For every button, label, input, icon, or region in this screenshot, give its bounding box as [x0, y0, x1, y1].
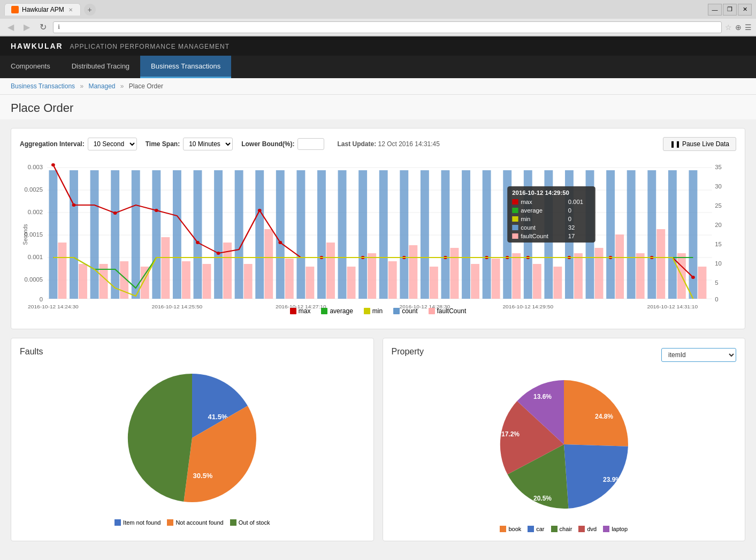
breadcrumb-managed[interactable]: Managed [88, 82, 115, 90]
breadcrumb-business-transactions[interactable]: Business Transactions [11, 82, 75, 90]
svg-text:35: 35 [715, 164, 722, 170]
svg-text:count: count [521, 225, 536, 231]
lock-icon: ℹ [58, 24, 60, 31]
url-input[interactable]: localhost:8080/hawkular-ui/apm/btm/info/… [62, 24, 717, 31]
svg-rect-114 [512, 199, 518, 205]
svg-rect-56 [388, 261, 397, 299]
property-select[interactable]: itemId orderId userId [661, 348, 736, 362]
svg-point-87 [51, 163, 55, 167]
svg-rect-83 [668, 170, 677, 299]
app-header: HAWKULAR APPLICATION PERFORMANCE MANAGEM… [0, 36, 756, 56]
svg-rect-37 [194, 170, 202, 299]
chair-color [551, 526, 558, 532]
tab-business-transactions[interactable]: Business Transactions [140, 56, 231, 78]
svg-text:17: 17 [568, 233, 575, 239]
svg-rect-25 [70, 170, 78, 299]
tab-components[interactable]: Components [0, 56, 61, 78]
refresh-button[interactable]: ↻ [36, 21, 50, 33]
chair-label: chair [560, 526, 572, 532]
svg-rect-123 [512, 225, 518, 230]
restore-btn[interactable]: ❐ [723, 4, 737, 16]
pause-live-data-button[interactable]: ❚❚ Pause Live Data [663, 137, 736, 151]
browser-nav: ◀ ▶ ↻ ℹ localhost:8080/hawkular-ui/apm/b… [0, 19, 756, 36]
nav-tabs: Components Distributed Tracing Business … [0, 56, 756, 78]
svg-rect-29 [111, 170, 119, 299]
svg-rect-55 [379, 170, 388, 299]
legend-item-out-of-stock: Out of stock [230, 519, 270, 526]
svg-text:32: 32 [568, 225, 575, 231]
chart-legend: max average min count faultCount [20, 307, 736, 315]
faults-title: Faults [20, 347, 365, 357]
svg-rect-42 [244, 264, 253, 299]
svg-text:23.9%: 23.9% [603, 476, 621, 483]
legend-max-label: max [299, 307, 311, 315]
lower-bound-label: Lower Bound(%): [241, 140, 294, 148]
legend-count-label: count [402, 307, 417, 315]
legend-max: max [290, 307, 311, 315]
svg-point-90 [155, 209, 158, 212]
timespan-select[interactable]: 10 Minutes [183, 138, 233, 150]
bookmark-icon[interactable]: ☆ [725, 23, 732, 32]
faults-pie-container: 41.5% 27.9% 30.5% Item not found No [20, 363, 365, 526]
svg-rect-51 [338, 170, 347, 299]
svg-rect-74 [574, 253, 583, 299]
svg-rect-78 [615, 234, 624, 299]
svg-text:0: 0 [568, 208, 571, 214]
close-btn[interactable]: ✕ [738, 4, 752, 16]
book-label: book [508, 526, 521, 532]
svg-rect-59 [421, 170, 429, 299]
svg-rect-26 [79, 264, 87, 299]
legend-item-dvd: dvd [578, 526, 597, 532]
tab-distributed-tracing[interactable]: Distributed Tracing [61, 56, 140, 78]
svg-rect-65 [483, 170, 491, 299]
property-legend: book car chair dvd [500, 526, 628, 532]
svg-rect-82 [656, 229, 665, 299]
svg-text:0.002: 0.002 [28, 209, 43, 215]
svg-rect-35 [173, 170, 181, 299]
legend-average-label: average [330, 307, 353, 315]
breadcrumb-sep-2: » [120, 82, 124, 90]
svg-text:25: 25 [715, 203, 722, 209]
legend-max-color [290, 308, 296, 314]
property-pie-svg: 24.8% 23.9% 20.5% 17.2% 13.6% [489, 369, 639, 519]
minimize-btn[interactable]: — [708, 4, 722, 16]
back-button[interactable]: ◀ [4, 21, 17, 33]
menu-btn[interactable]: ☰ [745, 23, 752, 32]
page-title: Place Order [0, 95, 756, 119]
svg-rect-31 [132, 170, 140, 299]
url-bar[interactable]: ℹ localhost:8080/hawkular-ui/apm/btm/inf… [53, 21, 722, 33]
svg-rect-44 [264, 229, 273, 299]
svg-text:average: average [521, 208, 543, 214]
svg-rect-47 [296, 170, 305, 299]
svg-rect-32 [141, 267, 149, 299]
svg-text:0.0005: 0.0005 [24, 277, 43, 283]
svg-rect-79 [627, 170, 636, 299]
lower-bound-input[interactable]: 0 [297, 138, 324, 150]
not-found-color [114, 519, 121, 526]
timespan-control: Time Span: 10 Minutes [146, 138, 233, 150]
tab-close-btn[interactable]: ✕ [67, 6, 74, 13]
forward-button[interactable]: ▶ [20, 21, 33, 33]
legend-item-not-found: Item not found [114, 519, 161, 526]
legend-min-label: min [372, 307, 383, 315]
svg-rect-43 [255, 170, 264, 299]
browser-tab[interactable]: Hawkular APM ✕ [4, 3, 81, 16]
aggregation-select[interactable]: 10 Second [88, 138, 137, 150]
extensions-btn[interactable]: ⊕ [735, 23, 742, 32]
legend-min: min [364, 307, 383, 315]
brand-text: HAWKULAR [11, 42, 63, 50]
svg-text:2016-10-12 14:29:50: 2016-10-12 14:29:50 [512, 190, 569, 196]
new-tab-btn[interactable]: + [84, 4, 96, 16]
svg-rect-62 [450, 248, 459, 299]
svg-point-94 [278, 241, 282, 244]
dvd-label: dvd [587, 526, 597, 532]
browser-chrome: Hawkular APM ✕ + — ❐ ✕ ◀ ▶ ↻ ℹ localhost… [0, 0, 756, 36]
svg-rect-120 [512, 216, 518, 222]
chart-card: Aggregation Interval: 10 Second Time Spa… [11, 128, 745, 329]
svg-text:20.5%: 20.5% [533, 495, 552, 502]
property-card: Property itemId orderId userId 24.8% 23.… [383, 338, 746, 541]
property-title: Property [392, 347, 424, 357]
svg-rect-63 [462, 170, 470, 299]
svg-text:13.6%: 13.6% [533, 393, 552, 400]
svg-point-92 [217, 252, 220, 255]
